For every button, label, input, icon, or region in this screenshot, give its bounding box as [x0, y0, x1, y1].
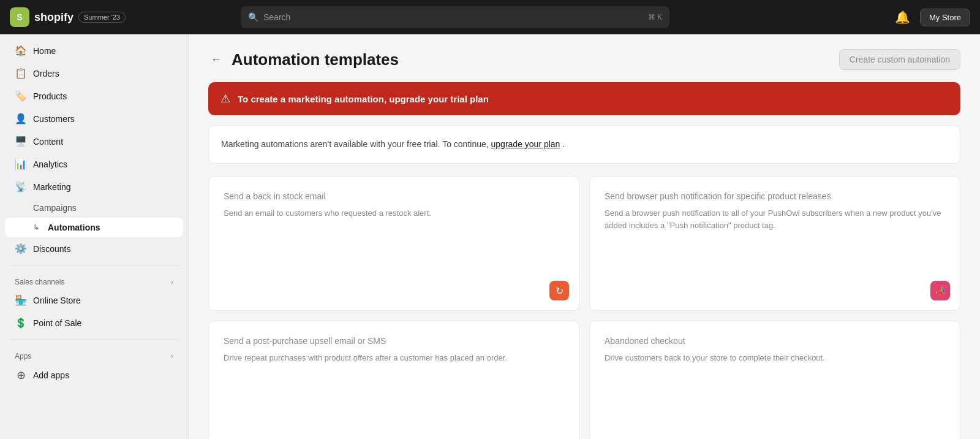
sidebar-item-products[interactable]: 🏷️ Products — [5, 85, 183, 107]
upgrade-plan-link[interactable]: upgrade your plan — [491, 139, 560, 149]
template-title-2: Send a post-purchase upsell email or SMS — [224, 336, 564, 346]
sidebar-label-discounts: Discounts — [33, 244, 70, 254]
sidebar-item-online-store[interactable]: 🏪 Online Store — [5, 289, 183, 311]
search-bar[interactable]: 🔍 Search ⌘ K — [241, 6, 669, 28]
summer-badge: Summer '23 — [78, 12, 126, 23]
back-button[interactable]: ← — [208, 51, 224, 69]
add-apps-item[interactable]: ⊕ Add apps — [5, 363, 183, 387]
products-icon: 🏷️ — [15, 90, 27, 102]
sidebar-item-orders[interactable]: 📋 Orders — [5, 62, 183, 85]
main-content: ← Automation templates Create custom aut… — [189, 34, 980, 439]
page-header: ← Automation templates Create custom aut… — [208, 49, 960, 70]
info-card: Marketing automations aren't available w… — [208, 125, 960, 164]
layout: 🏠 Home 📋 Orders 🏷️ Products 👤 Customers … — [0, 34, 980, 439]
sidebar-item-analytics[interactable]: 📊 Analytics — [5, 153, 183, 175]
sidebar-divider-2 — [10, 339, 178, 340]
template-badge-0: ↻ — [549, 281, 569, 300]
add-apps-label: Add apps — [33, 370, 69, 380]
page-header-left: ← Automation templates — [208, 50, 399, 69]
sidebar-item-customers[interactable]: 👤 Customers — [5, 107, 183, 130]
sidebar: 🏠 Home 📋 Orders 🏷️ Products 👤 Customers … — [0, 34, 189, 439]
search-shortcut: ⌘ K — [648, 13, 662, 21]
automations-indent-icon: ↳ — [33, 223, 39, 232]
template-title-3: Abandoned checkout — [605, 336, 945, 346]
info-suffix: . — [562, 139, 565, 149]
discounts-icon: ⚙️ — [15, 243, 27, 254]
sidebar-item-pos[interactable]: 💲 Point of Sale — [5, 311, 183, 334]
plus-icon: ⊕ — [15, 368, 27, 382]
template-desc-3: Drive customers back to your store to co… — [605, 352, 945, 364]
template-badge-1: 📣 — [930, 281, 950, 300]
topbar-right: 🔔 My Store — [892, 7, 970, 27]
campaigns-label: Campaigns — [33, 203, 77, 213]
info-text: Marketing automations aren't available w… — [221, 139, 489, 149]
home-icon: 🏠 — [15, 45, 27, 56]
analytics-icon: 📊 — [15, 158, 27, 170]
marketing-icon: 📡 — [15, 181, 27, 193]
apps-section[interactable]: Apps › — [0, 345, 188, 363]
template-card-back-in-stock[interactable]: Send a back in stock email Send an email… — [208, 176, 579, 311]
sidebar-item-marketing[interactable]: 📡 Marketing — [5, 175, 183, 198]
sidebar-sub-automations[interactable]: ↳ Automations — [5, 218, 183, 237]
templates-grid: Send a back in stock email Send an email… — [208, 176, 960, 439]
page-title: Automation templates — [232, 50, 399, 69]
search-icon: 🔍 — [248, 12, 258, 22]
sidebar-label-online-store: Online Store — [33, 296, 81, 305]
sidebar-label-marketing: Marketing — [33, 182, 70, 192]
alert-banner: ⚠ To create a marketing automation, upgr… — [208, 82, 960, 115]
sidebar-label-analytics: Analytics — [33, 159, 67, 169]
alert-text: To create a marketing automation, upgrad… — [238, 94, 489, 104]
search-placeholder: Search — [263, 12, 290, 22]
alert-icon: ⚠ — [221, 92, 230, 105]
shopify-icon: S — [10, 7, 29, 27]
template-card-post-purchase[interactable]: Send a post-purchase upsell email or SMS… — [208, 321, 579, 439]
logo-area: S shopify Summer '23 — [10, 7, 126, 27]
sidebar-label-orders: Orders — [33, 69, 59, 78]
sidebar-item-discounts[interactable]: ⚙️ Discounts — [5, 237, 183, 260]
sidebar-label-products: Products — [33, 91, 67, 101]
online-store-icon: 🏪 — [15, 294, 27, 306]
shopify-wordmark: shopify — [34, 11, 74, 24]
template-desc-1: Send a browser push notification to all … — [605, 207, 945, 231]
automations-label: Automations — [48, 223, 100, 232]
template-desc-0: Send an email to customers who requested… — [224, 207, 564, 220]
template-title-0: Send a back in stock email — [224, 191, 564, 201]
notifications-button[interactable]: 🔔 — [892, 7, 913, 27]
template-card-browser-push[interactable]: Send browser push notification for speci… — [589, 176, 960, 311]
sidebar-sub-campaigns[interactable]: Campaigns — [5, 198, 183, 218]
back-in-stock-badge-icon: ↻ — [556, 285, 564, 297]
template-desc-2: Drive repeat purchases with product offe… — [224, 352, 564, 364]
create-custom-automation-button[interactable]: Create custom automation — [839, 49, 960, 70]
pos-icon: 💲 — [15, 317, 27, 329]
sales-channels-label: Sales channels — [15, 278, 64, 286]
orders-icon: 📋 — [15, 67, 27, 79]
apps-label: Apps — [15, 352, 31, 361]
browser-push-badge-icon: 📣 — [935, 286, 945, 296]
customers-icon: 👤 — [15, 113, 27, 124]
apps-chevron: › — [171, 352, 173, 361]
sidebar-label-home: Home — [33, 46, 56, 56]
topbar: S shopify Summer '23 🔍 Search ⌘ K 🔔 My S… — [0, 0, 980, 34]
mystore-button[interactable]: My Store — [920, 9, 970, 26]
sidebar-label-customers: Customers — [33, 114, 75, 124]
sidebar-label-content: Content — [33, 137, 63, 147]
sales-channels-section[interactable]: Sales channels › — [0, 270, 188, 289]
template-card-abandoned-checkout[interactable]: Abandoned checkout Drive customers back … — [589, 321, 960, 439]
sidebar-item-home[interactable]: 🏠 Home — [5, 39, 183, 62]
content-icon: 🖥️ — [15, 136, 27, 147]
sidebar-item-content[interactable]: 🖥️ Content — [5, 130, 183, 153]
sidebar-label-pos: Point of Sale — [33, 318, 81, 328]
sidebar-divider-1 — [10, 265, 178, 265]
template-title-1: Send browser push notification for speci… — [605, 191, 945, 201]
sales-channels-chevron: › — [171, 278, 173, 286]
